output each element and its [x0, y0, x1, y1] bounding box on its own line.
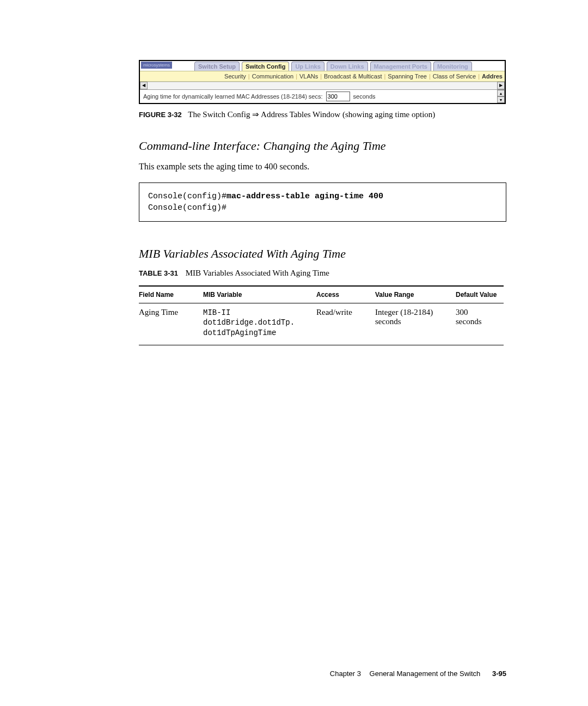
table-caption: TABLE 3-31 MIB Variables Associated With…	[139, 269, 506, 278]
aging-time-input[interactable]	[326, 92, 350, 101]
tab-up-links[interactable]: Up Links	[291, 62, 324, 71]
main-tab-bar: Switch Setup Switch Config Up Links Down…	[194, 62, 505, 71]
scroll-right-icon[interactable]: ▶	[497, 82, 505, 89]
code-prompt-1: Console(config)#	[148, 192, 226, 201]
footer-chapter: Chapter 3	[330, 670, 361, 678]
th-mib-variable: MIB Variable	[203, 286, 316, 303]
tab-down-links[interactable]: Down Links	[327, 62, 368, 71]
tab-monitoring[interactable]: Monitoring	[433, 62, 472, 71]
th-field-name: Field Name	[139, 286, 203, 303]
figure-lead: FIGURE 3-32	[139, 111, 182, 119]
subtab-security[interactable]: Security	[224, 73, 246, 80]
figure-ui-screenshot: microsystems Switch Setup Switch Config …	[139, 60, 504, 104]
mib-line-1: MIB-II	[203, 308, 230, 317]
ui-window: microsystems Switch Setup Switch Config …	[139, 60, 506, 104]
spinner-down-icon[interactable]: ▼	[497, 96, 505, 103]
cell-access: Read/write	[316, 303, 375, 345]
section-cli-body: This example sets the aging time to 400 …	[139, 161, 506, 173]
th-default-value: Default Value	[456, 286, 504, 303]
mib-line-3: dot1dTpAgingTime	[203, 328, 276, 337]
figure-text: The Switch Config ⇒ Address Tables Windo…	[188, 110, 435, 119]
spinner-up-icon[interactable]: ▲	[497, 90, 505, 96]
table-lead: TABLE 3-31	[139, 269, 178, 277]
figure-caption: FIGURE 3-32 The Switch Config ⇒ Address …	[139, 109, 506, 119]
range-line-1: Integer (18-2184)	[375, 308, 433, 317]
mib-table: Field Name MIB Variable Access Value Ran…	[139, 285, 504, 346]
cell-default-value: 300 seconds	[456, 303, 504, 345]
cell-mib-variable: MIB-II dot1dBridge.dot1dTp. dot1dTpAging…	[203, 303, 316, 345]
subtab-communication[interactable]: Communication	[252, 73, 293, 80]
subtab-vlans[interactable]: VLANs	[299, 73, 318, 80]
spinner-buttons: ▲ ▼	[497, 90, 505, 103]
code-block: Console(config)#mac-address-table aging-…	[139, 182, 506, 222]
section-cli-title: Command-line Interface: Changing the Agi…	[139, 139, 506, 153]
section-mib-title: MIB Variables Associated With Aging Time	[139, 247, 506, 261]
sub-tab-bar: Security| Communication| VLANs| Broadcas…	[140, 71, 505, 82]
page-footer: Chapter 3 General Management of the Swit…	[330, 670, 506, 678]
content-row: Aging time for dynamically learned MAC A…	[140, 90, 505, 103]
cell-value-range: Integer (18-2184) seconds	[375, 303, 456, 345]
tab-switch-setup[interactable]: Switch Setup	[194, 62, 240, 71]
scroll-track[interactable]	[148, 82, 497, 89]
horizontal-scrollbar[interactable]: ◀ ▶	[140, 82, 505, 90]
subtab-spanning-tree[interactable]: Spanning Tree	[388, 73, 427, 80]
th-access: Access	[316, 286, 375, 303]
mib-line-2: dot1dBridge.dot1dTp.	[203, 318, 295, 327]
footer-page: 3-95	[492, 670, 506, 678]
subtab-address[interactable]: Addres	[482, 73, 503, 80]
logo-text: microsystems	[141, 62, 172, 69]
code-prompt-2: Console(config)#	[148, 203, 226, 212]
tab-management-ports[interactable]: Management Ports	[370, 62, 431, 71]
aging-time-label: Aging time for dynamically learned MAC A…	[143, 93, 323, 100]
scroll-left-icon[interactable]: ◀	[140, 82, 148, 89]
default-line-1: 300	[456, 308, 468, 317]
th-value-range: Value Range	[375, 286, 456, 303]
subtab-class-of-service[interactable]: Class of Service	[433, 73, 476, 80]
unit-label: seconds	[353, 93, 376, 100]
code-command: mac-address-table aging-time 400	[226, 192, 383, 201]
range-line-2: seconds	[375, 317, 401, 326]
footer-title: General Management of the Switch	[370, 670, 481, 678]
cell-field-name: Aging Time	[139, 303, 203, 345]
tab-switch-config[interactable]: Switch Config	[242, 62, 289, 71]
table-row: Aging Time MIB-II dot1dBridge.dot1dTp. d…	[139, 303, 504, 345]
default-line-2: seconds	[456, 317, 482, 326]
subtab-broadcast-multicast[interactable]: Broadcast & Multicast	[324, 73, 382, 80]
table-caption-text: MIB Variables Associated With Aging Time	[186, 269, 329, 277]
table-header-row: Field Name MIB Variable Access Value Ran…	[139, 286, 504, 303]
